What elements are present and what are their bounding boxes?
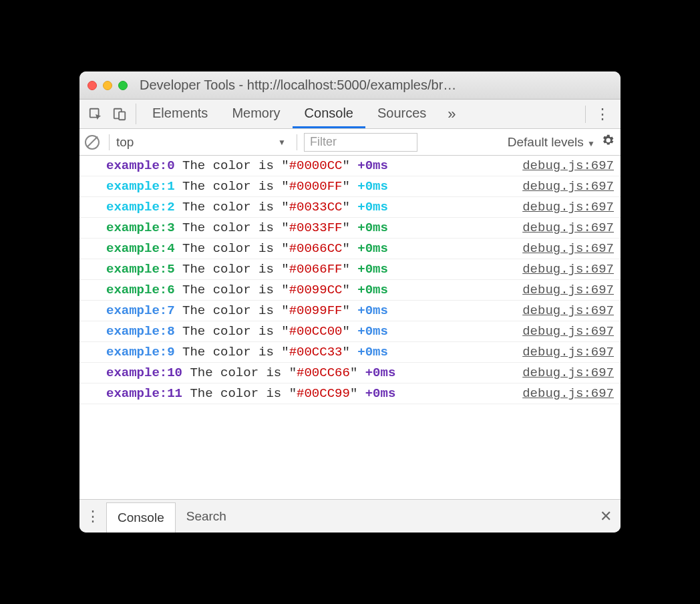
spacer (237, 500, 591, 533)
log-color-code: #0033CC (289, 200, 343, 214)
log-namespace: example:11 (106, 386, 182, 401)
zoom-window-button[interactable] (118, 81, 128, 90)
console-message: example:10 The color is "#00CC66" +0ms (106, 365, 509, 380)
log-source-link[interactable]: debug.js:697 (522, 324, 614, 339)
settings-menu-button[interactable]: ⋮ (465, 100, 617, 128)
inspect-element-icon[interactable] (83, 100, 108, 128)
log-namespace: example:9 (106, 345, 175, 359)
log-color-code: #0099FF (289, 303, 343, 318)
main-tabbar: ElementsMemoryConsoleSources » ⋮ (79, 100, 621, 129)
log-source-link[interactable]: debug.js:697 (522, 241, 614, 256)
traffic-lights (88, 81, 128, 90)
log-timing: +0ms (357, 158, 388, 173)
console-message: example:5 The color is "#0066FF" +0ms (106, 262, 509, 277)
console-message: example:4 The color is "#0066CC" +0ms (106, 241, 509, 256)
log-text: The color is " (182, 365, 297, 380)
log-namespace: example:8 (106, 324, 175, 339)
log-source-link[interactable]: debug.js:697 (522, 303, 614, 318)
console-settings-icon[interactable] (600, 133, 615, 151)
log-namespace: example:2 (106, 200, 175, 214)
more-tabs-button[interactable]: » (438, 100, 465, 128)
log-text: The color is " (182, 386, 297, 401)
log-source-link[interactable]: debug.js:697 (522, 262, 614, 277)
log-text: " (342, 179, 357, 194)
console-row: example:8 The color is "#00CC00" +0msdeb… (79, 321, 621, 342)
log-timing: +0ms (357, 324, 388, 339)
close-drawer-button[interactable]: ✕ (591, 500, 621, 533)
console-row: example:2 The color is "#0033CC" +0msdeb… (79, 197, 621, 218)
console-message: example:9 The color is "#00CC33" +0ms (106, 345, 509, 359)
console-message: example:11 The color is "#00CC99" +0ms (106, 386, 509, 401)
log-text: " (342, 262, 357, 277)
tab-elements[interactable]: Elements (140, 100, 220, 128)
log-color-code: #00CC33 (289, 345, 343, 359)
devtools-window: Developer Tools - http://localhost:5000/… (79, 71, 621, 533)
log-source-link[interactable]: debug.js:697 (522, 386, 614, 401)
log-timing: +0ms (357, 303, 388, 318)
tab-console[interactable]: Console (293, 100, 365, 128)
close-window-button[interactable] (88, 81, 97, 90)
panel-tabs: ElementsMemoryConsoleSources (140, 100, 438, 128)
log-text: " (342, 303, 357, 318)
dropdown-triangle-icon: ▼ (278, 138, 286, 147)
console-message: example:8 The color is "#00CC00" +0ms (106, 324, 509, 339)
log-text: " (342, 158, 357, 173)
log-timing: +0ms (357, 179, 388, 194)
console-message: example:1 The color is "#0000FF" +0ms (106, 179, 509, 194)
tab-memory[interactable]: Memory (220, 100, 292, 128)
log-color-code: #0066CC (289, 241, 343, 256)
log-color-code: #0000CC (289, 158, 343, 173)
log-text: " (342, 283, 357, 297)
console-message: example:2 The color is "#0033CC" +0ms (106, 200, 509, 214)
log-text: The color is " (175, 200, 289, 214)
log-text: The color is " (175, 283, 289, 297)
drawer-tab-console[interactable]: Console (106, 502, 176, 533)
log-source-link[interactable]: debug.js:697 (522, 158, 614, 173)
clear-console-icon[interactable] (85, 135, 100, 150)
log-text: The color is " (175, 345, 289, 359)
drawer-tabs: ConsoleSearch (106, 500, 237, 533)
log-source-link[interactable]: debug.js:697 (522, 345, 614, 359)
log-source-link[interactable]: debug.js:697 (522, 179, 614, 194)
console-row: example:7 The color is "#0099FF" +0msdeb… (79, 301, 621, 321)
console-message: example:7 The color is "#0099FF" +0ms (106, 303, 509, 318)
log-text: The color is " (175, 179, 289, 194)
log-namespace: example:0 (106, 158, 175, 173)
console-toolbar: top ▼ Default levels ▼ (79, 129, 621, 156)
log-namespace: example:7 (106, 303, 175, 318)
log-timing: +0ms (357, 220, 388, 235)
log-timing: +0ms (357, 241, 388, 256)
filter-input[interactable] (304, 133, 417, 152)
log-namespace: example:1 (106, 179, 175, 194)
console-row: example:3 The color is "#0033FF" +0msdeb… (79, 218, 621, 239)
device-toolbar-icon[interactable] (108, 100, 132, 128)
divider (136, 104, 136, 124)
tab-sources[interactable]: Sources (365, 100, 438, 128)
console-output[interactable]: example:0 The color is "#0000CC" +0msdeb… (79, 156, 621, 499)
log-timing: +0ms (357, 283, 388, 297)
log-color-code: #0033FF (289, 220, 343, 235)
context-label: top (116, 135, 134, 150)
drawer: ⋮ ConsoleSearch ✕ (79, 499, 621, 533)
log-source-link[interactable]: debug.js:697 (522, 365, 614, 380)
log-color-code: #00CC99 (297, 386, 350, 401)
console-message: example:6 The color is "#0099CC" +0ms (106, 283, 509, 297)
log-levels-selector[interactable]: Default levels ▼ (508, 135, 595, 150)
divider (109, 134, 110, 150)
log-levels-label: Default levels (508, 135, 584, 149)
log-source-link[interactable]: debug.js:697 (522, 220, 614, 235)
log-color-code: #0099CC (289, 283, 343, 297)
log-namespace: example:4 (106, 241, 175, 256)
drawer-tab-search[interactable]: Search (176, 500, 237, 533)
log-color-code: #0066FF (289, 262, 343, 277)
console-row: example:11 The color is "#00CC99" +0msde… (79, 384, 621, 404)
context-selector[interactable]: top ▼ (116, 135, 290, 150)
log-namespace: example:10 (106, 365, 182, 380)
minimize-window-button[interactable] (103, 81, 112, 90)
log-source-link[interactable]: debug.js:697 (522, 200, 614, 214)
log-source-link[interactable]: debug.js:697 (522, 283, 614, 297)
drawer-menu-button[interactable]: ⋮ (79, 500, 106, 533)
console-row: example:9 The color is "#00CC33" +0msdeb… (79, 342, 621, 363)
log-color-code: #00CC00 (289, 324, 343, 339)
log-timing: +0ms (365, 365, 396, 380)
